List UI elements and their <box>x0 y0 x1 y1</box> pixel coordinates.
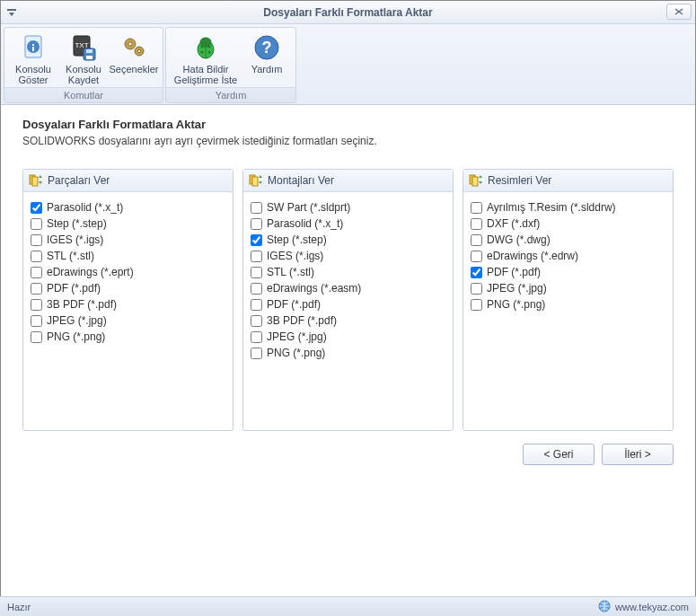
bug-report-button[interactable]: Hata BildirGeliştirme İste <box>170 31 242 87</box>
svg-rect-0 <box>7 9 16 11</box>
format-label: PNG (*.png) <box>487 298 545 311</box>
website-link[interactable]: www.tekyaz.com <box>598 600 689 614</box>
svg-rect-28 <box>472 177 478 186</box>
qat-dropdown-icon[interactable] <box>6 7 17 18</box>
panel-header: Parçaları Ver <box>23 170 233 192</box>
format-checkbox[interactable] <box>251 234 262 246</box>
format-option[interactable]: PDF (*.pdf) <box>471 266 665 278</box>
format-option[interactable]: JPEG (*.jpg) <box>31 314 225 327</box>
format-checkbox[interactable] <box>471 202 482 214</box>
format-columns: Parçaları VerParasolid (*.x_t)Step (*.st… <box>1 169 695 431</box>
format-label: STL (*.stl) <box>47 250 94 262</box>
format-checkbox[interactable] <box>471 218 482 230</box>
format-option[interactable]: 3B PDF (*.pdf) <box>31 298 225 311</box>
format-checkbox[interactable] <box>251 267 262 278</box>
format-option[interactable]: JPEG (*.jpg) <box>471 282 665 295</box>
format-checkbox[interactable] <box>31 202 42 214</box>
format-checkbox[interactable] <box>471 234 482 246</box>
format-checkbox[interactable] <box>471 299 482 311</box>
panel-body: Parasolid (*.x_t)Step (*.step)IGES (*.ig… <box>23 192 233 430</box>
svg-rect-8 <box>86 56 93 59</box>
format-label: IGES (*.igs) <box>47 233 103 246</box>
options-button[interactable]: Seçenekler <box>109 31 159 87</box>
format-label: STL (*.stl) <box>267 266 314 278</box>
format-checkbox[interactable] <box>31 283 42 295</box>
format-checkbox[interactable] <box>31 267 42 278</box>
format-label: PDF (*.pdf) <box>267 298 321 311</box>
ribbon-group-title: Komutlar <box>4 87 163 102</box>
gears-icon <box>119 33 148 62</box>
show-console-button[interactable]: KonsoluGöster <box>8 31 58 87</box>
close-button[interactable] <box>666 4 692 20</box>
panel-drawings: Resimleri VerAyrılmış T.Resim (*.slddrw)… <box>463 169 674 431</box>
format-label: JPEG (*.jpg) <box>487 282 547 295</box>
next-button[interactable]: İleri > <box>602 444 674 465</box>
format-label: eDrawings (*.easm) <box>267 282 361 295</box>
format-checkbox[interactable] <box>31 218 42 230</box>
svg-point-13 <box>137 49 140 52</box>
format-option[interactable]: Step (*.step) <box>31 217 225 230</box>
format-label: PDF (*.pdf) <box>487 266 541 278</box>
format-checkbox[interactable] <box>31 234 42 246</box>
ribbon-group: Hata BildirGeliştirme İste?YardımYardım <box>165 27 296 103</box>
format-option[interactable]: PNG (*.png) <box>471 298 665 311</box>
format-option[interactable]: Parasolid (*.x_t) <box>31 201 225 214</box>
format-option[interactable]: PDF (*.pdf) <box>251 298 445 311</box>
format-option[interactable]: eDrawings (*.eprt) <box>31 266 225 278</box>
format-option[interactable]: 3B PDF (*.pdf) <box>251 314 445 327</box>
format-checkbox[interactable] <box>471 283 482 295</box>
svg-point-18 <box>208 46 211 48</box>
format-option[interactable]: Ayrılmış T.Resim (*.slddrw) <box>471 201 665 214</box>
format-checkbox[interactable] <box>251 299 262 311</box>
format-option[interactable]: STL (*.stl) <box>31 250 225 262</box>
content-header: Dosyaları Farklı Formatlara Aktar SOLIDW… <box>1 105 695 147</box>
format-option[interactable]: JPEG (*.jpg) <box>251 330 445 343</box>
panel-body: Ayrılmış T.Resim (*.slddrw)DXF (*.dxf)DW… <box>463 192 673 430</box>
format-label: DWG (*.dwg) <box>487 233 551 246</box>
format-checkbox[interactable] <box>31 331 42 343</box>
format-option[interactable]: Parasolid (*.x_t) <box>251 217 445 230</box>
format-checkbox[interactable] <box>251 202 262 214</box>
info-doc-icon <box>19 33 48 62</box>
format-option[interactable]: PNG (*.png) <box>251 347 445 359</box>
svg-point-20 <box>208 51 211 54</box>
back-button[interactable]: < Geri <box>523 444 595 465</box>
ribbon-item-label: KonsoluKaydet <box>66 64 101 85</box>
format-option[interactable]: SW Part (*.sldprt) <box>251 201 445 214</box>
help-button[interactable]: ?Yardım <box>242 31 292 87</box>
format-label: PDF (*.pdf) <box>47 282 101 295</box>
wizard-buttons: < Geri İleri > <box>1 431 695 476</box>
website-link-text: www.tekyaz.com <box>615 602 689 612</box>
svg-rect-3 <box>32 44 34 46</box>
format-option[interactable]: PNG (*.png) <box>31 330 225 343</box>
format-option[interactable]: PDF (*.pdf) <box>31 282 225 295</box>
ribbon-item-label: Seçenekler <box>109 64 158 75</box>
format-checkbox[interactable] <box>471 267 482 278</box>
format-checkbox[interactable] <box>251 315 262 327</box>
svg-point-11 <box>128 42 132 46</box>
format-label: 3B PDF (*.pdf) <box>47 298 117 311</box>
format-checkbox[interactable] <box>251 283 262 295</box>
panel-parts: Parçaları VerParasolid (*.x_t)Step (*.st… <box>22 169 233 431</box>
format-option[interactable]: IGES (*.igs) <box>251 250 445 262</box>
format-checkbox[interactable] <box>31 315 42 327</box>
format-label: Parasolid (*.x_t) <box>267 217 343 230</box>
format-checkbox[interactable] <box>471 251 482 262</box>
format-checkbox[interactable] <box>251 331 262 343</box>
format-option[interactable]: DWG (*.dwg) <box>471 233 665 246</box>
format-checkbox[interactable] <box>251 348 262 359</box>
export-icon <box>469 173 483 188</box>
panel-header: Montajları Ver <box>243 170 453 192</box>
format-option[interactable]: eDrawings (*.edrw) <box>471 250 665 262</box>
format-checkbox[interactable] <box>251 218 262 230</box>
format-checkbox[interactable] <box>251 251 262 262</box>
save-console-button[interactable]: TXTKonsoluKaydet <box>58 31 109 87</box>
format-option[interactable]: Step (*.step) <box>251 233 445 246</box>
format-option[interactable]: eDrawings (*.easm) <box>251 282 445 295</box>
format-label: PNG (*.png) <box>47 330 105 343</box>
format-option[interactable]: DXF (*.dxf) <box>471 217 665 230</box>
format-option[interactable]: IGES (*.igs) <box>31 233 225 246</box>
format-checkbox[interactable] <box>31 299 42 311</box>
format-checkbox[interactable] <box>31 251 42 262</box>
format-option[interactable]: STL (*.stl) <box>251 266 445 278</box>
